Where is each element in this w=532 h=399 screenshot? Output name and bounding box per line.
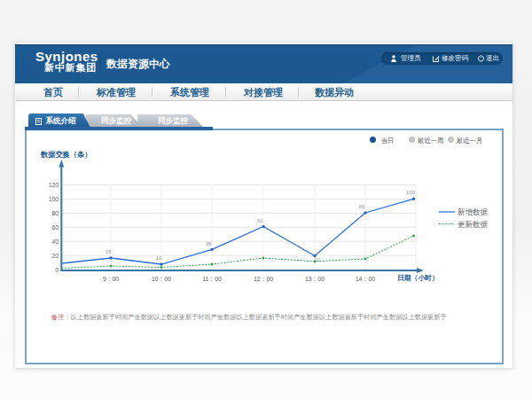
svg-text:10: 10 [315,257,321,262]
svg-text:12：00: 12：00 [254,276,273,282]
svg-text:数据交换（条）: 数据交换（条） [40,150,91,159]
svg-text:100: 100 [406,190,416,195]
svg-text:60: 60 [51,224,59,231]
svg-text:9：00: 9：00 [103,276,119,282]
svg-text:80: 80 [51,210,59,216]
svg-text:10：00: 10：00 [152,276,171,282]
svg-text:18: 18 [106,249,112,254]
svg-text:13：00: 13：00 [305,276,325,282]
svg-text:100: 100 [49,196,59,202]
svg-text:40: 40 [51,239,59,245]
svg-text:20: 20 [51,253,59,259]
svg-text:0: 0 [55,267,59,273]
svg-text:120: 120 [49,182,59,188]
svg-text:14：00: 14：00 [356,276,375,282]
svg-text:11：00: 11：00 [202,276,222,282]
svg-text:10: 10 [156,255,162,261]
svg-text:更新数据: 更新数据 [458,220,489,229]
svg-text:35: 35 [206,241,212,246]
svg-text:60: 60 [257,218,263,223]
svg-text:新增数据: 新增数据 [458,207,489,216]
svg-text:日期（小时）: 日期（小时） [397,274,439,282]
svg-text:80: 80 [359,204,365,209]
